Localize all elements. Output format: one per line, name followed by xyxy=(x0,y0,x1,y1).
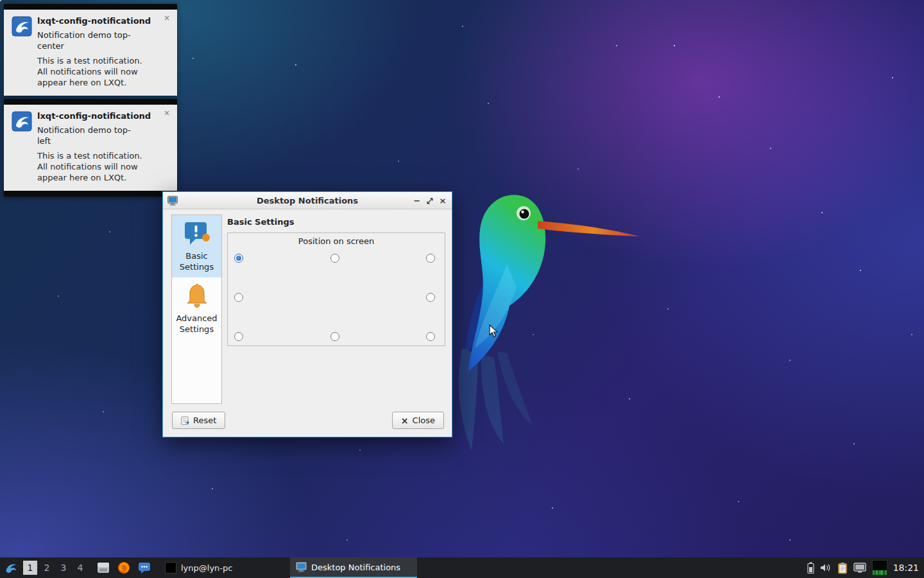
mouse-cursor xyxy=(489,324,498,338)
hummingbird-wallpaper xyxy=(443,188,648,464)
monitor-icon xyxy=(296,562,307,572)
starfield xyxy=(0,0,1,1)
workspace-3-button[interactable]: 3 xyxy=(56,561,71,575)
position-on-screen-groupbox: Position on screen xyxy=(227,232,445,346)
minimize-button[interactable]: − xyxy=(411,195,424,207)
start-menu-button[interactable] xyxy=(0,557,22,578)
task-label: Desktop Notifications xyxy=(311,563,400,572)
file-manager-icon xyxy=(97,561,110,574)
desktop-notifications-window: Desktop Notifications − × xyxy=(162,191,452,437)
sidebar-item-label: Advanced Settings xyxy=(173,313,220,335)
bell-icon xyxy=(183,283,211,310)
restore-button[interactable] xyxy=(424,195,436,207)
notification-summary: Notification demo top-left xyxy=(37,125,143,146)
battery-icon[interactable] xyxy=(807,562,814,574)
sidebar-item-label: Basic Settings xyxy=(173,250,220,272)
quick-launch xyxy=(95,559,153,576)
notification-body: This is a test notification. All notific… xyxy=(37,55,151,88)
titlebar[interactable]: Desktop Notifications − × xyxy=(163,192,452,209)
sidebar-item-advanced-settings[interactable]: Advanced Settings xyxy=(172,277,221,340)
close-button-label: Close xyxy=(413,416,435,425)
lxqt-logo-icon xyxy=(4,561,18,575)
notification-app-name: lxqt-config-notificationd xyxy=(37,16,156,26)
notification-close-button[interactable]: × xyxy=(162,109,172,119)
task-label: lynp@lyn-pc xyxy=(181,563,232,573)
groupbox-title: Position on screen xyxy=(228,233,445,246)
reset-button[interactable]: Reset xyxy=(172,412,225,429)
radio-position-bottom-left[interactable] xyxy=(234,332,243,341)
notification-close-button[interactable]: × xyxy=(162,13,172,24)
sidebar-item-basic-settings[interactable]: Basic Settings xyxy=(172,215,221,277)
volume-icon[interactable] xyxy=(820,563,832,573)
notification-app-name: lxqt-config-notificationd xyxy=(37,111,156,121)
radio-position-top-center[interactable] xyxy=(330,254,339,263)
dialog-close-button[interactable]: × Close xyxy=(392,412,444,429)
notification-bubble-icon xyxy=(182,220,212,247)
task-button-desktop-notifications[interactable]: Desktop Notifications xyxy=(290,557,417,578)
clock[interactable]: 18:21 xyxy=(893,563,919,573)
radio-position-middle-right[interactable] xyxy=(426,293,435,302)
notification-popup: lxqt-config-notificationd Notification d… xyxy=(4,4,177,96)
workspace-1-button[interactable]: 1 xyxy=(23,561,37,575)
close-x-glyph: × xyxy=(401,416,409,426)
radio-position-top-left[interactable] xyxy=(234,254,243,263)
notification-summary: Notification demo top-center xyxy=(37,30,143,51)
clipboard-icon[interactable] xyxy=(837,562,848,574)
close-button[interactable]: × xyxy=(436,195,449,207)
workspace-4-button[interactable]: 4 xyxy=(73,561,87,575)
reset-icon xyxy=(181,416,189,425)
notification-body: This is a test notification. All notific… xyxy=(37,150,151,183)
window-title: Desktop Notifications xyxy=(163,196,452,206)
radio-position-bottom-center[interactable] xyxy=(330,332,339,341)
settings-category-list: Basic Settings Advanced Settings xyxy=(171,215,222,404)
restore-icon xyxy=(427,198,433,204)
radio-position-middle-left[interactable] xyxy=(234,293,243,302)
notification-popup: lxqt-config-notificationd Notification d… xyxy=(4,99,177,197)
reset-button-label: Reset xyxy=(193,416,216,425)
workspace-2-button[interactable]: 2 xyxy=(40,561,54,575)
firefox-icon xyxy=(117,561,130,574)
chat-launcher[interactable] xyxy=(136,559,153,576)
file-manager-launcher[interactable] xyxy=(95,559,112,576)
display-icon[interactable] xyxy=(853,563,866,574)
radio-position-top-right[interactable] xyxy=(426,254,435,263)
taskbar: 1 2 3 4 xyxy=(0,557,924,578)
desktop: lxqt-config-notificationd Notification d… xyxy=(0,0,924,578)
workspace-switcher: 1 2 3 4 xyxy=(23,561,87,575)
radio-position-bottom-right[interactable] xyxy=(426,332,435,341)
terminal-window-icon xyxy=(165,562,176,574)
firefox-launcher[interactable] xyxy=(116,559,132,576)
chat-icon xyxy=(138,561,151,574)
section-heading: Basic Settings xyxy=(227,217,445,227)
system-tray: 18:21 xyxy=(807,560,919,575)
lxqt-logo-icon xyxy=(12,111,32,132)
cpu-monitor-graph[interactable] xyxy=(872,560,887,575)
lxqt-logo-icon xyxy=(12,16,32,37)
task-button-terminal[interactable]: lynp@lyn-pc xyxy=(159,557,248,578)
